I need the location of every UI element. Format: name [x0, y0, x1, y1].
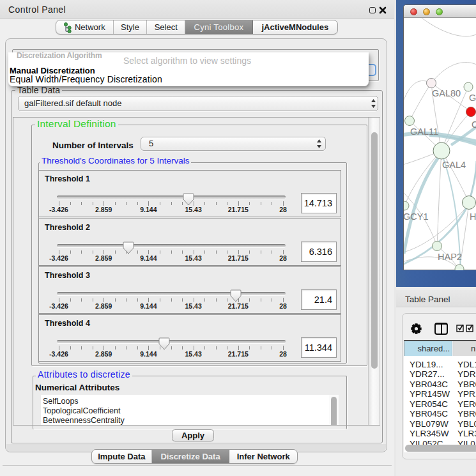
svg-text:GAL11: GAL11: [410, 127, 438, 137]
svg-text:GAL4: GAL4: [442, 160, 466, 170]
svg-text:H: H: [470, 211, 476, 222]
svg-text:G.: G.: [469, 93, 476, 103]
svg-text:C: C: [472, 119, 476, 130]
svg-text:GCY1: GCY1: [404, 211, 429, 222]
svg-text:HAP2: HAP2: [438, 252, 462, 262]
svg-text:GAL80: GAL80: [432, 88, 461, 98]
